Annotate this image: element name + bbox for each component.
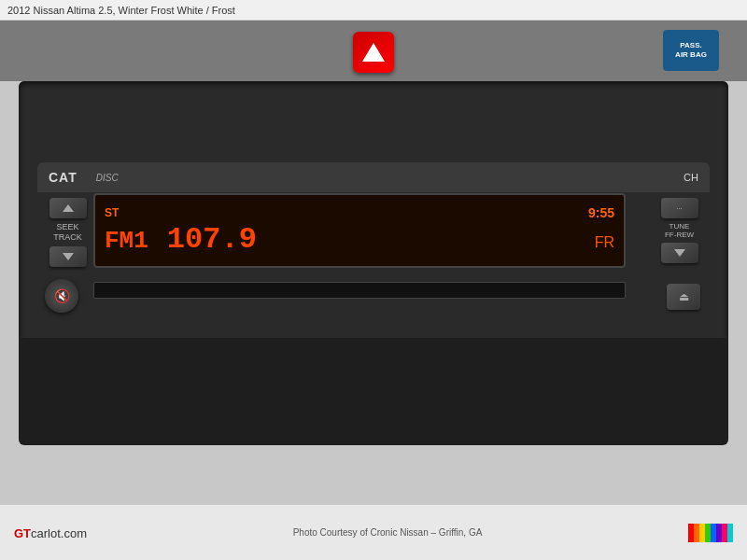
display-time: 9:55 <box>588 205 614 220</box>
seek-label: SEEK TRACK <box>53 222 82 243</box>
tune-area: ··· TUNE FF-REW <box>654 198 705 263</box>
tune-label: TUNE FF-REW <box>665 222 694 239</box>
eject-icon: ⏏ <box>679 290 689 303</box>
cat-label: CAT <box>49 170 78 185</box>
carlot-text: carlot.com <box>31 526 87 540</box>
airbag-label: PASS. AIR BAG <box>663 30 719 71</box>
display-top-row: ST 9:55 <box>105 205 614 220</box>
photo-credit: Photo Courtesy of Cronic Nissan – Griffi… <box>293 527 483 538</box>
display-station: FM1 <box>105 227 148 255</box>
seek-down-button[interactable] <box>49 246 87 267</box>
display-main: FM1 107.9 FR <box>105 222 614 257</box>
mute-icon: 🔇 <box>54 288 70 303</box>
hazard-icon <box>362 43 385 62</box>
display-st: ST <box>105 206 119 219</box>
ch-label: CH <box>684 172 698 183</box>
disc-label: DISC <box>96 173 119 183</box>
top-info-bar: 2012 Nissan Altima 2.5, Winter Frost Whi… <box>0 0 747 21</box>
strip-cyan <box>727 524 733 542</box>
screenshot-container: 2012 Nissan Altima 2.5, Winter Frost Whi… <box>0 0 747 560</box>
seek-up-button[interactable] <box>49 198 87 218</box>
tune-down-icon <box>674 249 685 257</box>
display-screen: ST 9:55 FM1 107.9 FR <box>93 193 626 268</box>
car-title: 2012 Nissan Altima 2.5, Winter Frost Whi… <box>7 5 235 16</box>
hazard-button[interactable] <box>353 32 394 73</box>
top-section: PASS. AIR BAG <box>0 21 747 81</box>
arrow-down-icon <box>63 253 74 260</box>
color-strips <box>688 524 733 542</box>
mute-button[interactable]: 🔇 <box>45 279 78 313</box>
seek-track-area: SEEK TRACK <box>42 198 93 267</box>
dots-icon: ··· <box>676 204 683 213</box>
cd-slot <box>93 282 626 299</box>
cat-bar: CAT DISC CH <box>37 162 710 192</box>
gt-logo: GTcarlot.com <box>14 525 87 541</box>
eject-button[interactable]: ⏏ <box>667 284 700 310</box>
bottom-button-panel: DISP 1 2 3 AM FM CD AUX PUSHPWR VOL 4 5 … <box>19 338 728 445</box>
display-fr: FR <box>595 234 614 251</box>
arrow-up-icon <box>63 204 74 212</box>
tune-down-button[interactable] <box>661 243 698 263</box>
gt-text: GT <box>14 526 31 540</box>
tune-up-button[interactable]: ··· <box>661 198 698 218</box>
display-frequency: 107.9 <box>167 222 257 257</box>
bottom-bar: GTcarlot.com Photo Courtesy of Cronic Ni… <box>0 504 747 560</box>
radio-unit: CAT DISC CH SEEK TRACK ST 9:55 FM1 <box>19 81 728 352</box>
